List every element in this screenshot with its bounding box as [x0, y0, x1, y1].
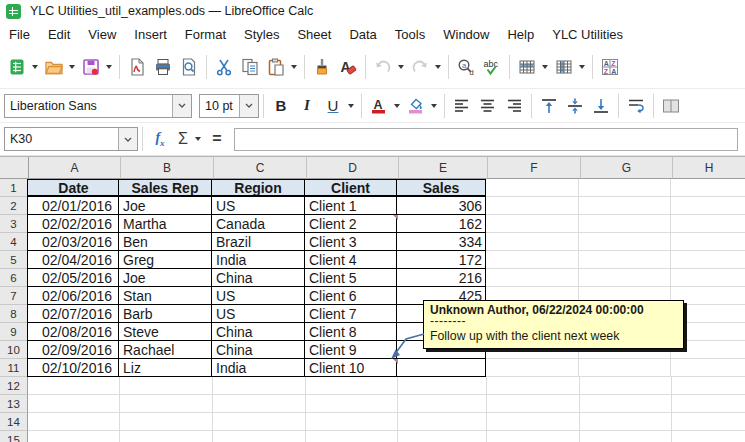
cell-G1[interactable]	[579, 179, 671, 197]
cell-H13[interactable]	[672, 395, 745, 413]
row-header-13[interactable]: 13	[0, 395, 28, 413]
font-color-button[interactable]: A	[366, 91, 392, 121]
cell-F15[interactable]	[487, 431, 580, 442]
cell-G2[interactable]	[579, 197, 671, 215]
menu-window[interactable]: Window	[434, 24, 498, 45]
cell-B12[interactable]	[120, 377, 213, 395]
row-header-15[interactable]: 15	[0, 431, 28, 442]
cell-B6[interactable]: Joe	[119, 269, 212, 287]
redo-button[interactable]	[407, 52, 433, 82]
column-header-G[interactable]: G	[581, 157, 673, 179]
spelling-button[interactable]: abc	[479, 52, 505, 82]
cell-D7[interactable]: Client 6	[305, 287, 397, 305]
cell-A12[interactable]	[28, 377, 120, 395]
cell-D15[interactable]	[306, 431, 398, 442]
row-header-12[interactable]: 12	[0, 377, 28, 395]
cell-B13[interactable]	[120, 395, 213, 413]
export-pdf-button[interactable]	[124, 52, 150, 82]
row-header-5[interactable]: 5	[0, 251, 28, 269]
cell-B9[interactable]: Steve	[119, 323, 212, 341]
cell-H15[interactable]	[672, 431, 745, 442]
row-header-1[interactable]: 1	[0, 179, 28, 197]
menu-data[interactable]: Data	[340, 24, 385, 45]
cell-C15[interactable]	[213, 431, 306, 442]
row-header-6[interactable]: 6	[0, 269, 28, 287]
cell-A3[interactable]: 02/02/2016	[27, 215, 119, 233]
cell-H14[interactable]	[672, 413, 745, 431]
cell-E6[interactable]: 216	[397, 269, 486, 287]
cell-F11[interactable]	[486, 359, 579, 377]
print-preview-button[interactable]	[176, 52, 202, 82]
new-document-button[interactable]	[4, 52, 30, 82]
select-all-corner[interactable]	[0, 157, 29, 179]
cell-D14[interactable]	[306, 413, 398, 431]
undo-button[interactable]	[370, 52, 396, 82]
cell-C14[interactable]	[213, 413, 306, 431]
font-name-select[interactable]: Liberation Sans	[4, 94, 192, 118]
row-header-2[interactable]: 2	[0, 197, 28, 215]
row-header-3[interactable]: 3	[0, 215, 28, 233]
cell-A2[interactable]: 02/01/2016	[27, 197, 119, 215]
cell-D6[interactable]: Client 5	[305, 269, 397, 287]
cell-C10[interactable]: China	[212, 341, 305, 359]
cell-H12[interactable]	[672, 377, 745, 395]
cell-B3[interactable]: Martha	[119, 215, 212, 233]
menu-help[interactable]: Help	[498, 24, 543, 45]
font-size-select[interactable]: 10 pt	[199, 94, 259, 118]
clone-formatting-button[interactable]	[309, 52, 335, 82]
column-header-H[interactable]: H	[673, 157, 745, 179]
cell-G13[interactable]	[580, 395, 672, 413]
find-replace-button[interactable]: ad	[453, 52, 479, 82]
cell-E14[interactable]	[398, 413, 487, 431]
column-header-E[interactable]: E	[399, 157, 488, 179]
cell-A13[interactable]	[28, 395, 120, 413]
cell-A1[interactable]: Date	[27, 179, 119, 197]
cell-B4[interactable]: Ben	[119, 233, 212, 251]
cell-C12[interactable]	[213, 377, 306, 395]
cell-A5[interactable]: 02/04/2016	[27, 251, 119, 269]
paste-button[interactable]	[263, 52, 289, 82]
cell-H2[interactable]	[671, 197, 745, 215]
cell-A15[interactable]	[28, 431, 120, 442]
cell-H1[interactable]	[671, 179, 745, 197]
cell-A7[interactable]: 02/06/2016	[27, 287, 119, 305]
copy-button[interactable]	[237, 52, 263, 82]
clear-formatting-button[interactable]: A	[335, 52, 361, 82]
cell-D1[interactable]: Client	[305, 179, 397, 197]
cell-C9[interactable]: China	[212, 323, 305, 341]
cell-D13[interactable]	[306, 395, 398, 413]
insert-column-dropdown-caret[interactable]	[579, 65, 585, 69]
cell-F3[interactable]	[486, 215, 579, 233]
cell-B14[interactable]	[120, 413, 213, 431]
merge-cells-button[interactable]	[658, 91, 684, 121]
cell-C2[interactable]: US	[212, 197, 305, 215]
center-vertically-button[interactable]	[562, 91, 588, 121]
cell-G5[interactable]	[579, 251, 671, 269]
paste-dropdown-caret[interactable]	[291, 65, 297, 69]
cell-A4[interactable]: 02/03/2016	[27, 233, 119, 251]
cell-A9[interactable]: 02/08/2016	[27, 323, 119, 341]
cell-E12[interactable]	[398, 377, 487, 395]
cell-E5[interactable]: 172	[397, 251, 486, 269]
cell-F13[interactable]	[487, 395, 580, 413]
cell-D2[interactable]: Client 1	[305, 197, 397, 215]
cell-D12[interactable]	[306, 377, 398, 395]
cell-A8[interactable]: 02/07/2016	[27, 305, 119, 323]
cell-D3[interactable]: Client 2	[305, 215, 397, 233]
redo-dropdown-caret[interactable]	[435, 65, 441, 69]
cell-E3[interactable]: 162	[397, 215, 486, 233]
bold-button[interactable]: B	[268, 91, 294, 121]
menu-insert[interactable]: Insert	[125, 24, 176, 45]
cell-A10[interactable]: 02/09/2016	[27, 341, 119, 359]
cell-C3[interactable]: Canada	[212, 215, 305, 233]
cell-E1[interactable]: Sales	[397, 179, 486, 197]
cell-C1[interactable]: Region	[212, 179, 305, 197]
cell-G12[interactable]	[580, 377, 672, 395]
cell-D4[interactable]: Client 3	[305, 233, 397, 251]
column-header-B[interactable]: B	[121, 157, 214, 179]
cell-B2[interactable]: Joe	[119, 197, 212, 215]
menu-file[interactable]: File	[0, 24, 39, 45]
cell-D8[interactable]: Client 7	[305, 305, 397, 323]
cell-B7[interactable]: Stan	[119, 287, 212, 305]
cell-B8[interactable]: Barb	[119, 305, 212, 323]
